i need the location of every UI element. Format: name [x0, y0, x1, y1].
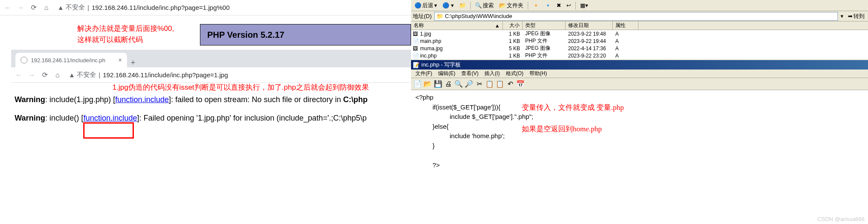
back-button[interactable]: 🔵 后退 ▾: [413, 1, 439, 10]
path-text: C:\phpStudy\WWW\include: [445, 13, 512, 19]
new-icon[interactable]: 📄: [413, 79, 422, 89]
annotation-3: 变量传入，文件就变成 变量.php: [522, 102, 624, 113]
find-icon[interactable]: 🔎: [464, 79, 474, 89]
undo-icon[interactable]: ↶: [505, 79, 515, 89]
image-icon: 🖼: [413, 31, 419, 37]
warning-icon: ▲: [69, 71, 75, 79]
file-row[interactable]: 🖼muma.jpg 5 KB JPEG 图像 2022-4-14 17:36 A: [411, 45, 868, 52]
menu-file[interactable]: 文件(F): [413, 70, 435, 77]
file-list-header: 名称 ▲ 大小 类型 修改日期 属性: [411, 21, 868, 30]
tb-icon[interactable]: 🔸: [531, 1, 541, 9]
separator: |: [88, 4, 89, 11]
file-list: 🖼1.jpg 1 KB JPEG 图像 2023-9-22 19:48 A 📄m…: [411, 30, 868, 59]
file-row[interactable]: 📄inc.php 1 KB PHP 文件 2023-9-22 23:20 A: [411, 52, 868, 59]
browser-window-1: ← → ⟳ ⌂ ▲ 不安全 | 192.168.246.11/include/i…: [0, 0, 411, 47]
menu-format[interactable]: 格式(O): [503, 70, 526, 77]
explorer-address-bar: 地址(D) 📁 C:\phpStudy\WWW\include ▾ ➡ 转到: [411, 11, 868, 21]
insecure-badge: ▲ 不安全: [69, 71, 96, 79]
wordpad-menubar: 文件(F) 编辑(E) 查看(V) 插入(I) 格式(O) 帮助(H): [411, 70, 868, 78]
explorer-path-input[interactable]: 📁 C:\phpStudy\WWW\include: [434, 12, 838, 21]
folders-button[interactable]: 📂 文件夹: [497, 1, 525, 10]
warning-icon: ▲: [57, 4, 64, 11]
tb-icon[interactable]: ✖: [555, 1, 563, 9]
windows-area: 🔵 后退 ▾ 🔵 ▾ 📁 🔍 搜索 📂 文件夹 🔸 🔹 ✖ ↩ ▦▾ 地址(D)…: [411, 0, 868, 224]
menu-edit[interactable]: 编辑(E): [436, 70, 458, 77]
preview-icon[interactable]: 🔍: [454, 79, 463, 89]
tab-bar: 192.168.246.11/include/inc.ph × +: [11, 50, 411, 67]
image-icon: 🖼: [413, 45, 419, 51]
up-button[interactable]: 📁: [457, 1, 468, 9]
home-icon[interactable]: ⌂: [53, 71, 62, 79]
annotation-4: 如果是空返回到home.php: [522, 124, 602, 135]
function-include-link[interactable]: function.include: [115, 95, 169, 104]
address-bar-1[interactable]: ▲ 不安全 | 192.168.246.11/include/inc.php?p…: [55, 3, 408, 12]
file-row[interactable]: 📄main.php 1 KB PHP 文件 2023-9-22 19:44 A: [411, 37, 868, 45]
wordpad-titlebar: 📝 inc.php - 写字板: [411, 60, 868, 70]
home-icon[interactable]: ⌂: [42, 3, 51, 12]
col-date[interactable]: 修改日期: [566, 21, 613, 30]
php-icon: 📄: [413, 38, 419, 44]
browser2-toolbar: ← → ⟳ ⌂ ▲ 不安全 | 192.168.246.11/include/i…: [11, 67, 411, 83]
cut-icon[interactable]: ✂: [475, 79, 484, 89]
separator: |: [99, 71, 100, 79]
paste-icon[interactable]: 📋: [495, 79, 505, 89]
tb-icon[interactable]: ↩: [565, 1, 573, 9]
watermark: CSDN @arissa666: [817, 216, 865, 222]
annotation-1: 解决办法就是变量后面接%00, 这样就可以截断代码: [77, 23, 174, 45]
back-icon[interactable]: ←: [15, 71, 23, 79]
col-type[interactable]: 类型: [523, 21, 566, 30]
menu-insert[interactable]: 插入(I): [482, 70, 502, 77]
browser1-toolbar: ← → ⟳ ⌂ ▲ 不安全 | 192.168.246.11/include/i…: [0, 0, 411, 15]
tab-title: 192.168.246.11/include/inc.ph: [31, 57, 105, 64]
folder-icon: 📁: [436, 13, 443, 19]
tb-icon[interactable]: 🔹: [543, 1, 553, 9]
forward-button[interactable]: 🔵 ▾: [441, 1, 456, 9]
globe-icon: [21, 57, 27, 64]
new-tab-button[interactable]: +: [127, 58, 139, 67]
browser-window-2: 192.168.246.11/include/inc.ph × + ← → ⟳ …: [11, 50, 411, 135]
wordpad-title: inc.php - 写字板: [421, 61, 461, 69]
reload-icon[interactable]: ⟳: [40, 71, 49, 79]
function-include-link[interactable]: function.include: [83, 114, 137, 122]
addr-label: 地址(D): [413, 12, 432, 20]
insecure-label: 不安全: [77, 71, 96, 79]
tb-icon[interactable]: ▦▾: [578, 1, 590, 9]
url-text-1: 192.168.246.11/include/inc.php?page=1.jp…: [92, 4, 230, 11]
wordpad-content[interactable]: <?php if(isset($_GET['page'])){ include …: [411, 90, 868, 173]
php-version-banner: PHP Version 5.2.17: [200, 24, 411, 45]
highlight-box: [83, 122, 134, 139]
forward-icon[interactable]: →: [27, 71, 36, 79]
address-bar-2[interactable]: ▲ 不安全 | 192.168.246.11/include/inc.php?p…: [66, 71, 408, 79]
wordpad-toolbar: 📄 📂 💾 🖨 🔍 🔎 ✂ 📋 📋 ↶ 📅: [411, 78, 868, 90]
col-name[interactable]: 名称 ▲: [411, 21, 503, 30]
save-icon[interactable]: 💾: [433, 79, 443, 89]
col-size[interactable]: 大小: [503, 21, 523, 30]
insecure-label: 不安全: [66, 3, 85, 12]
col-attr[interactable]: 属性: [613, 21, 638, 30]
menu-help[interactable]: 帮助(H): [527, 70, 550, 77]
go-button[interactable]: ➡ 转到: [846, 12, 866, 20]
copy-icon[interactable]: 📋: [485, 79, 494, 89]
page-content: Warning: include(1.jpg.php) [function.in…: [11, 83, 411, 135]
url-text-2: 192.168.246.11/include/inc.php?page=1.jp…: [103, 71, 228, 79]
warning-line-2: Warning: include() [function.include]: F…: [15, 109, 408, 127]
search-button[interactable]: 🔍 搜索: [473, 1, 496, 10]
wordpad-window: 📝 inc.php - 写字板 文件(F) 编辑(E) 查看(V) 插入(I) …: [411, 60, 868, 224]
date-icon[interactable]: 📅: [516, 79, 525, 89]
php-icon: 📄: [413, 53, 419, 59]
dropdown-icon[interactable]: ▾: [841, 13, 844, 19]
menu-view[interactable]: 查看(V): [459, 70, 481, 77]
insecure-badge: ▲ 不安全: [57, 3, 85, 12]
open-icon[interactable]: 📂: [423, 79, 432, 89]
browser-tab[interactable]: 192.168.246.11/include/inc.ph ×: [15, 53, 127, 67]
explorer-toolbar: 🔵 后退 ▾ 🔵 ▾ 📁 🔍 搜索 📂 文件夹 🔸 🔹 ✖ ↩ ▦▾: [411, 0, 868, 11]
print-icon[interactable]: 🖨: [444, 79, 453, 89]
back-icon[interactable]: ←: [3, 3, 12, 12]
reload-icon[interactable]: ⟳: [29, 3, 38, 12]
close-icon[interactable]: ×: [118, 57, 122, 64]
warning-line-1: Warning: include(1.jpg.php) [function.in…: [15, 91, 408, 109]
wordpad-icon: 📝: [413, 62, 420, 68]
forward-icon[interactable]: →: [16, 3, 25, 12]
file-row[interactable]: 🖼1.jpg 1 KB JPEG 图像 2023-9-22 19:48 A: [411, 30, 868, 37]
